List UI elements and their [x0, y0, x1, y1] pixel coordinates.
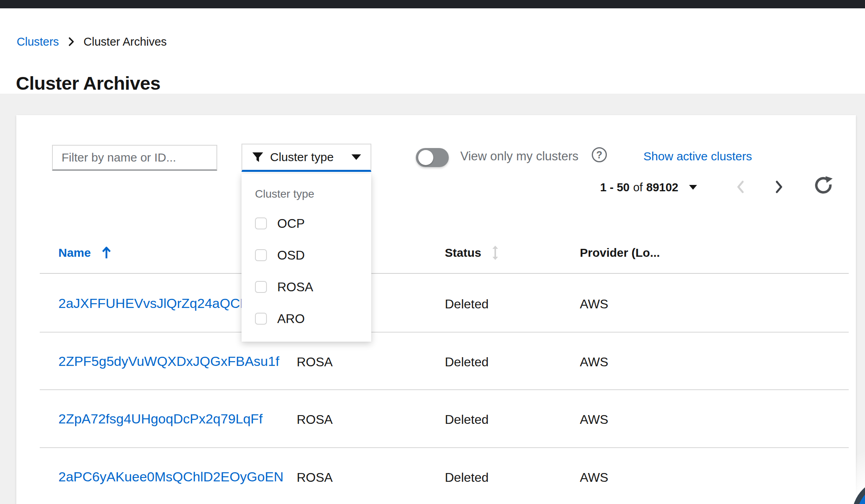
- cluster-provider-cell: AWS: [580, 409, 608, 430]
- cluster-type-cell: ROSA: [297, 467, 333, 488]
- filter-input[interactable]: [52, 145, 217, 171]
- cluster-type-cell: ROSA: [297, 409, 333, 430]
- column-header-name-label: Name: [58, 246, 91, 260]
- cluster-provider-cell: AWS: [580, 352, 608, 372]
- pagination-menu-toggle[interactable]: 1 - 50 of 89102: [600, 178, 697, 197]
- cluster-name-link[interactable]: 2aPC6yAKuee0MsQChlD2EOyGoEN: [58, 466, 284, 487]
- show-active-clusters-link[interactable]: Show active clusters: [643, 148, 752, 165]
- filter-icon: [252, 152, 264, 163]
- cluster-archives-card: Cluster type View only my clusters ? Sho…: [16, 115, 856, 504]
- caret-down-icon: [689, 185, 697, 190]
- pagination-range: 1 - 50: [600, 181, 629, 194]
- menu-item-label: ROSA: [277, 280, 313, 294]
- toggle-knob: [418, 150, 433, 165]
- refresh-icon[interactable]: [812, 175, 834, 197]
- view-only-my-clusters-label: View only my clusters: [460, 147, 578, 166]
- cluster-status-cell: Deleted: [445, 352, 488, 372]
- arrow-up-icon: [101, 246, 112, 260]
- angle-left-icon: [735, 179, 747, 195]
- cluster-type-menu: Cluster type OCP OSD ROSA ARO: [241, 173, 371, 342]
- cluster-archives-page: Clusters Cluster Archives Cluster Archiv…: [0, 0, 865, 504]
- column-header-name[interactable]: Name: [58, 243, 112, 262]
- breadcrumb-item-clusters[interactable]: Clusters: [17, 35, 59, 48]
- menu-item-aro[interactable]: ARO: [241, 303, 371, 335]
- row-divider: [40, 332, 849, 333]
- help-icon[interactable]: ?: [592, 147, 607, 162]
- column-header-status[interactable]: Status: [445, 243, 499, 262]
- angle-right-icon: [67, 37, 75, 47]
- cluster-type-cell: ROSA: [297, 352, 333, 372]
- menu-item-label: ARO: [277, 312, 305, 326]
- checkbox-icon[interactable]: [255, 313, 267, 325]
- header-divider: [40, 273, 849, 274]
- caret-down-icon: [351, 154, 361, 160]
- checkbox-icon[interactable]: [255, 281, 267, 293]
- pagination-of: of: [633, 181, 643, 194]
- breadcrumb-item-current: Cluster Archives: [83, 35, 167, 48]
- view-only-my-clusters-toggle[interactable]: [416, 148, 449, 167]
- menu-item-rosa[interactable]: ROSA: [241, 271, 371, 303]
- arrows-vertical-icon: [492, 245, 499, 261]
- menu-item-ocp[interactable]: OCP: [241, 208, 371, 239]
- checkbox-icon[interactable]: [255, 249, 267, 261]
- menu-item-label: OCP: [277, 216, 305, 231]
- page-header: Clusters Cluster Archives Cluster Archiv…: [0, 8, 865, 94]
- menu-item-osd[interactable]: OSD: [241, 239, 371, 271]
- pagination-total: 89102: [646, 181, 678, 194]
- cluster-name-link[interactable]: 2ZpA72fsg4UHgoqDcPx2q79LqFf: [58, 408, 263, 429]
- cluster-name-link[interactable]: 2ZPF5g5dyVuWQXDxJQGxFBAsu1f: [58, 351, 279, 371]
- masthead-bar: [0, 0, 865, 8]
- cluster-type-filter-button[interactable]: Cluster type: [241, 144, 371, 172]
- cluster-status-cell: Deleted: [445, 467, 488, 488]
- checkbox-icon[interactable]: [255, 217, 267, 229]
- menu-item-label: OSD: [277, 248, 305, 263]
- cluster-provider-cell: AWS: [580, 467, 608, 488]
- row-divider: [40, 447, 849, 448]
- row-divider: [40, 389, 849, 390]
- cluster-provider-cell: AWS: [580, 294, 608, 314]
- angle-right-icon: [773, 179, 785, 195]
- cluster-type-menu-heading: Cluster type: [255, 188, 314, 200]
- column-header-provider-label: Provider (Lo...: [580, 246, 660, 260]
- page-title: Cluster Archives: [16, 72, 160, 94]
- cluster-status-cell: Deleted: [445, 294, 488, 314]
- cluster-status-cell: Deleted: [445, 409, 488, 430]
- pagination-next-button[interactable]: [768, 177, 789, 197]
- breadcrumb: Clusters Cluster Archives: [17, 34, 167, 50]
- cluster-type-filter-label: Cluster type: [270, 150, 345, 164]
- pagination-prev-button[interactable]: [730, 177, 751, 197]
- column-header-status-label: Status: [445, 246, 481, 260]
- column-header-provider[interactable]: Provider (Lo...: [580, 243, 660, 262]
- cluster-name-link[interactable]: 2aJXFFUHEVvsJlQrZq24aQCNl: [58, 293, 253, 314]
